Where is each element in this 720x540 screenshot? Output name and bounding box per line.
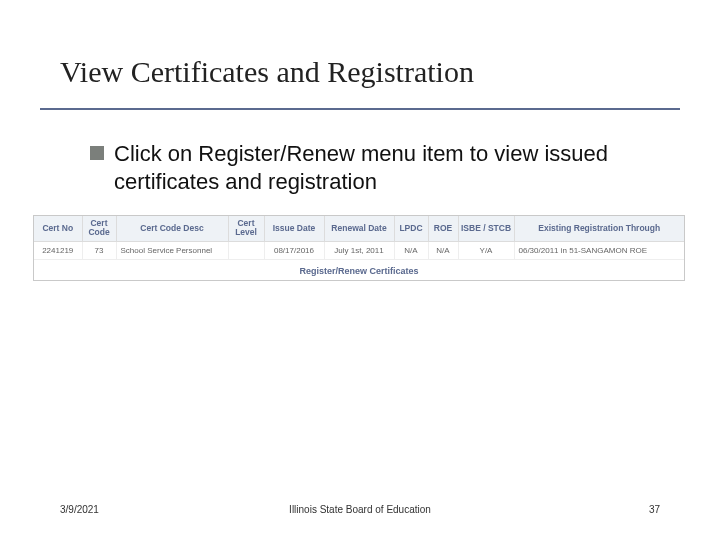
certificates-table: Cert No Cert Code Cert Code Desc Cert Le… xyxy=(33,215,685,281)
col-existing: Existing Registration Through xyxy=(514,216,684,241)
cell-issue-date: 08/17/2016 xyxy=(264,241,324,259)
cell-roe: N/A xyxy=(428,241,458,259)
col-cert-code: Cert Code xyxy=(82,216,116,241)
col-issue-date: Issue Date xyxy=(264,216,324,241)
bullet-text: Click on Register/Renew menu item to vie… xyxy=(114,140,650,195)
col-cert-level: Cert Level xyxy=(228,216,264,241)
register-renew-link[interactable]: Register/Renew Certificates xyxy=(34,259,684,280)
cell-cert-desc: School Service Personnel xyxy=(116,241,228,259)
table-row: 2241219 73 School Service Personnel 08/1… xyxy=(34,241,684,259)
cell-existing: 06/30/2011 in 51-SANGAMON ROE xyxy=(514,241,684,259)
col-cert-no: Cert No xyxy=(34,216,82,241)
cell-isbe: Y/A xyxy=(458,241,514,259)
title-underline xyxy=(40,108,680,110)
slide-title: View Certificates and Registration xyxy=(60,55,474,89)
cell-renewal-date: July 1st, 2011 xyxy=(324,241,394,259)
col-roe: ROE xyxy=(428,216,458,241)
footer-org: Illinois State Board of Education xyxy=(0,504,720,515)
bullet-item: Click on Register/Renew menu item to vie… xyxy=(90,140,650,195)
cell-lpdc: N/A xyxy=(394,241,428,259)
col-renewal-date: Renewal Date xyxy=(324,216,394,241)
slide: View Certificates and Registration Click… xyxy=(0,0,720,540)
col-cert-desc: Cert Code Desc xyxy=(116,216,228,241)
table-header-row: Cert No Cert Code Cert Code Desc Cert Le… xyxy=(34,216,684,241)
slide-footer: 3/9/2021 Illinois State Board of Educati… xyxy=(0,504,720,520)
square-bullet-icon xyxy=(90,146,104,160)
cell-cert-level xyxy=(228,241,264,259)
cell-cert-code: 73 xyxy=(82,241,116,259)
footer-page-number: 37 xyxy=(649,504,660,515)
col-lpdc: LPDC xyxy=(394,216,428,241)
col-isbe: ISBE / STCB xyxy=(458,216,514,241)
cell-cert-no: 2241219 xyxy=(34,241,82,259)
